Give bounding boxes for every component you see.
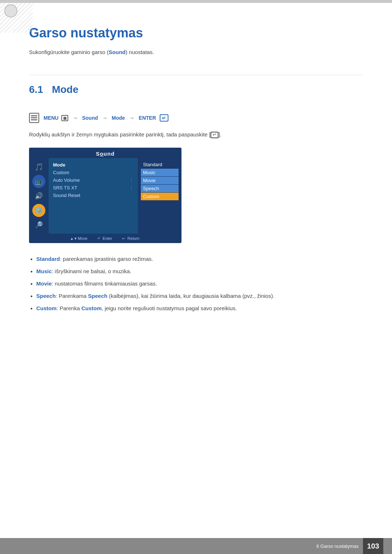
bullet-bold-music: Music [36, 268, 52, 274]
menu-item-custom: Custom [53, 169, 134, 176]
bullet-bold-movie: Movie [36, 280, 52, 287]
tv-screen-header: Sound [29, 148, 181, 158]
bullet-bold-speech2: Speech [88, 293, 107, 299]
footer-chapter-label: 6 Garso nustatymas [317, 543, 359, 549]
tv-title-s: S [96, 151, 100, 157]
menu-icon [29, 113, 39, 123]
submenu-custom: Custom [141, 193, 179, 200]
tv-sidebar: 🎵 📺 🔊 ⚙️ 🔎 [29, 158, 49, 234]
tv-screen-container: Sound 🎵 📺 🔊 ⚙️ 🔎 Mode Custom [29, 148, 181, 243]
section-number: 6.1 [29, 84, 43, 95]
svg-rect-1 [31, 118, 37, 119]
bullet-list: Standard: parenkamas įprastinis garso re… [29, 255, 363, 313]
top-stripe [0, 0, 392, 3]
tv-title-o: o [100, 151, 103, 157]
footer-return: ↩ Return [121, 236, 139, 241]
submenu-music: Music [141, 169, 179, 176]
page-footer: 6 Garso nustatymas 103 [0, 538, 392, 554]
tv-icon-2: 📺 [32, 175, 45, 188]
bullet-bold-custom2: Custom [81, 305, 102, 311]
bullet-music: Music: išryškinami ne balsai, o muzika. [29, 267, 363, 276]
bullet-movie: Movie: nustatomas filmams tinkamiausias … [29, 279, 363, 288]
bullet-bold-custom: Custom [36, 305, 57, 311]
nav-arrow-2: → [102, 115, 107, 121]
divider [29, 75, 363, 75]
tv-icon-5: 🔎 [32, 218, 45, 231]
corner-circle [4, 4, 17, 17]
footer-enter-label: Enter [103, 236, 112, 241]
tv-title-rest: und [103, 151, 115, 157]
submenu-standard: Standard [141, 161, 179, 168]
nav-arrow-1: → [73, 115, 78, 121]
enter-icon: ↵ [160, 114, 168, 122]
footer-page-number: 103 [363, 538, 383, 554]
tv-icon-music: 🎵 [32, 160, 45, 173]
menu-item-autovolume: Auto Volume : [53, 176, 134, 184]
instruction-text: Rodyklių aukštyn ir žemyn mygtukais pasi… [29, 130, 363, 139]
tv-menu-list: Mode Custom Auto Volume : SRS TS XT : So [49, 158, 138, 234]
page-title: Garso nustatymas [29, 25, 363, 41]
svg-rect-0 [31, 115, 37, 116]
submenu-speech: Speech [141, 185, 179, 192]
bullet-standard: Standard: parenkamas įprastinis garso re… [29, 255, 363, 263]
move-icon: ▲▼ [71, 236, 76, 241]
autovolume-colon: : [131, 177, 132, 183]
menu-label-srs: SRS TS XT [53, 185, 77, 190]
tv-menu-area: 🎵 📺 🔊 ⚙️ 🔎 Mode Custom Auto Volume [29, 158, 181, 234]
menu-item-soundreset: Sound Reset [53, 192, 134, 199]
section-heading-row: 6.1 Mode [29, 84, 363, 104]
tv-icon-settings: ⚙️ [32, 204, 45, 217]
enter-footer-icon: ⏎ [96, 236, 101, 241]
instruction-before: Rodyklių aukštyn ir žemyn mygtukais pasi… [29, 131, 211, 138]
footer-move: ▲▼ Move [71, 236, 87, 241]
footer-return-label: Return [127, 236, 139, 241]
menu-label-custom: Custom [53, 170, 69, 175]
nav-icon-box: ▦ [61, 115, 68, 121]
return-icon: ↩ [121, 236, 126, 241]
menu-label-mode: Mode [53, 162, 65, 168]
bullet-custom: Custom: Parenka Custom, jeigu norite reg… [29, 304, 363, 313]
tv-screen: Sound 🎵 📺 🔊 ⚙️ 🔎 Mode Custom [29, 148, 181, 243]
section-title: Mode [52, 84, 78, 95]
bullet-bold-speech: Speech [36, 293, 56, 299]
corner-pattern [0, 0, 33, 33]
menu-item-srs: SRS TS XT : [53, 184, 134, 192]
tv-icon-3: 🔊 [32, 189, 45, 202]
subtitle-bold: Sound [109, 49, 126, 55]
tv-footer: ▲▼ Move ⏎ Enter ↩ Return [29, 234, 181, 243]
bullet-speech: Speech: Parenkama Speech (kalbėjimas), k… [29, 292, 363, 300]
nav-sound: Sound [82, 115, 98, 121]
menu-label-soundreset: Sound Reset [53, 193, 80, 198]
nav-enter-label: ENTER [139, 115, 156, 121]
nav-bar: MENU ▦ → Sound → Mode → ENTER ↵ [29, 113, 363, 123]
bullet-bold-standard: Standard [36, 256, 60, 262]
menu-label-autovolume: Auto Volume [53, 177, 80, 183]
svg-rect-2 [31, 119, 37, 120]
page-subtitle: Sukonfigūruokite gaminio garso (Sound) n… [29, 48, 363, 57]
nav-arrow-3: → [129, 115, 134, 121]
subtitle-after: ) nuostatas. [126, 49, 154, 55]
submenu-movie: Movie [141, 177, 179, 184]
menu-item-mode: Mode [53, 161, 134, 169]
enter-bracket-icon: ↵ [211, 132, 219, 138]
subtitle-before: Sukonfigūruokite gaminio garso ( [29, 49, 109, 55]
tv-submenu: Standard Music Movie Speech Custom [138, 158, 181, 234]
nav-mode: Mode [112, 115, 125, 121]
footer-enter: ⏎ Enter [96, 236, 112, 241]
instruction-after: ]. [219, 131, 221, 138]
footer-move-label: Move [78, 236, 87, 241]
srs-colon: : [131, 185, 132, 190]
nav-menu: MENU [44, 115, 58, 121]
